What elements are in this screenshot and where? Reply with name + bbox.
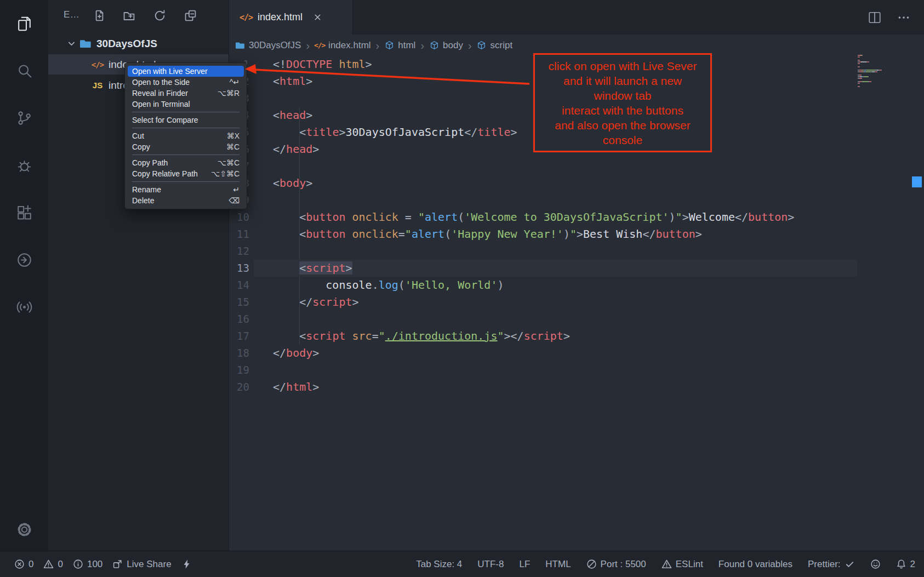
- menu-separator: [132, 112, 239, 112]
- refresh-icon[interactable]: [152, 8, 167, 22]
- broadcast-icon[interactable]: [0, 290, 48, 323]
- more-actions-icon[interactable]: [896, 10, 911, 25]
- menu-item-copy[interactable]: Copy⌘C: [128, 141, 244, 152]
- menu-item-copy-path[interactable]: Copy Path⌥⌘C: [128, 157, 244, 168]
- annotation-text-line: interact with the buttons: [535, 103, 710, 118]
- warning-icon: [661, 559, 672, 569]
- code-line-13[interactable]: 13 <script>: [229, 260, 924, 277]
- breadcrumb-separator-icon: ›: [420, 40, 424, 51]
- code-line-14[interactable]: 14 console.log('Hello, World'): [229, 277, 924, 294]
- menu-item-open-to-the-side[interactable]: Open to the Side^↵: [128, 77, 244, 88]
- tree-item-root-folder[interactable]: 30DaysOfJS: [48, 33, 229, 54]
- lightning-icon: [181, 559, 192, 569]
- vscode-window: E… 30DaysOfJS </> index.html JS introduc…: [0, 0, 924, 577]
- menu-item-select-for-compare[interactable]: Select for Compare: [128, 115, 244, 125]
- symbol-cube-icon: [429, 41, 439, 50]
- breadcrumb-item-body[interactable]: body: [429, 40, 463, 51]
- status-tab-size[interactable]: Tab Size: 4: [416, 559, 462, 570]
- extensions-icon[interactable]: [0, 196, 48, 229]
- source-control-icon[interactable]: [0, 101, 48, 134]
- breadcrumb-separator-icon: ›: [376, 40, 380, 51]
- status-feedback[interactable]: [870, 559, 881, 569]
- code-line-16[interactable]: 16: [229, 311, 924, 328]
- debug-icon[interactable]: [0, 149, 48, 182]
- tab-index-html[interactable]: </> index.html: [229, 0, 353, 35]
- code-text: <button onclick = "alert('Welcome to 30D…: [273, 209, 794, 226]
- status-variables[interactable]: Found 0 variables: [718, 559, 792, 570]
- close-tab-icon[interactable]: [311, 12, 323, 24]
- html-file-icon: </>: [315, 41, 324, 50]
- split-editor-icon[interactable]: [867, 10, 882, 25]
- status-notifications[interactable]: 2: [896, 559, 915, 570]
- live-share-icon[interactable]: [0, 243, 48, 276]
- annotation-text-line: and also open the browser: [535, 118, 710, 133]
- code-text: </head>: [273, 141, 319, 158]
- status-warnings[interactable]: 0: [43, 559, 62, 570]
- menu-item-open-with-live-server[interactable]: Open with Live Server: [128, 66, 244, 77]
- status-prettier[interactable]: Prettier:: [808, 559, 855, 570]
- status-live-share[interactable]: Live Share: [112, 559, 171, 570]
- tab-bar: </> index.html: [229, 0, 924, 35]
- code-line-18[interactable]: 18</body>: [229, 345, 924, 362]
- search-icon[interactable]: [0, 54, 48, 87]
- status-eol[interactable]: LF: [519, 559, 530, 570]
- status-lightning[interactable]: [181, 559, 192, 569]
- explorer-icon[interactable]: [0, 7, 48, 40]
- status-encoding[interactable]: UTF-8: [477, 559, 504, 570]
- menu-item-copy-relative-path[interactable]: Copy Relative Path⌥⇧⌘C: [128, 168, 244, 179]
- html-file-icon: </>: [91, 60, 104, 69]
- code-line-11[interactable]: 11 <button onclick="alert('Happy New Yea…: [229, 226, 924, 243]
- menu-item-open-in-terminal[interactable]: Open in Terminal: [128, 99, 244, 110]
- code-line-10[interactable]: 10 <button onclick = "alert('Welcome to …: [229, 209, 924, 226]
- code-text: <head>: [273, 107, 312, 124]
- breadcrumb-separator-icon: ›: [468, 40, 472, 51]
- minimap[interactable]: [858, 55, 912, 88]
- info-icon: [73, 559, 83, 569]
- code-line-17[interactable]: 17 <script src="./introduction.js"></scr…: [229, 328, 924, 345]
- code-text: <button onclick="alert('Happy New Year!'…: [273, 226, 702, 243]
- menu-separator: [132, 155, 239, 155]
- code-line-9[interactable]: 9: [229, 192, 924, 209]
- menu-separator: [132, 128, 239, 128]
- code-line-20[interactable]: 20</html>: [229, 379, 924, 396]
- annotation-text-line: window tab: [535, 88, 710, 103]
- error-icon: [14, 559, 25, 569]
- code-text: <title>30DaysOfJavaScript</title>: [273, 124, 517, 141]
- breadcrumb-item-script[interactable]: script: [477, 40, 513, 51]
- code-text: <script src="./introduction.js"></script…: [273, 328, 570, 345]
- port-icon: [586, 559, 597, 569]
- collapse-all-icon[interactable]: [183, 8, 197, 22]
- settings-gear-icon[interactable]: [0, 513, 48, 546]
- status-language[interactable]: HTML: [545, 559, 571, 570]
- code-text: <script>: [273, 260, 352, 277]
- new-file-icon[interactable]: [92, 8, 106, 22]
- code-text: <body>: [273, 175, 312, 192]
- js-file-icon: JS: [91, 81, 104, 90]
- code-line-12[interactable]: 12: [229, 243, 924, 260]
- annotation-text-line: click on open with Live Sever: [535, 59, 710, 73]
- menu-item-reveal-in-finder[interactable]: Reveal in Finder⌥⌘R: [128, 88, 244, 99]
- breadcrumb-item-index-html[interactable]: </>index.html: [315, 40, 370, 51]
- menu-item-delete[interactable]: Delete⌫: [128, 195, 244, 206]
- line-number: 13: [229, 260, 249, 277]
- tree-item-label: 30DaysOfJS: [96, 38, 157, 50]
- status-eslint[interactable]: ESLint: [661, 559, 703, 570]
- breadcrumb-item-30daysofjs[interactable]: 30DaysOfJS: [235, 40, 301, 51]
- menu-item-rename[interactable]: Rename↵: [128, 184, 244, 195]
- code-line-8[interactable]: 8<body>: [229, 175, 924, 192]
- status-info[interactable]: 100: [73, 559, 102, 570]
- code-text: console.log('Hello, World'): [273, 277, 504, 294]
- code-line-19[interactable]: 19: [229, 362, 924, 379]
- line-number: 16: [229, 311, 249, 328]
- editor-actions: [867, 0, 924, 35]
- breadcrumb-item-html[interactable]: html: [384, 40, 415, 51]
- new-folder-icon[interactable]: [122, 8, 136, 22]
- menu-item-cut[interactable]: Cut⌘X: [128, 130, 244, 141]
- line-number: 15: [229, 294, 249, 311]
- status-errors[interactable]: 0: [14, 559, 33, 570]
- code-line-7[interactable]: 7: [229, 158, 924, 175]
- line-number: 19: [229, 362, 249, 379]
- line-number: 14: [229, 277, 249, 294]
- status-port[interactable]: Port : 5500: [586, 559, 646, 570]
- code-line-15[interactable]: 15 </script>: [229, 294, 924, 311]
